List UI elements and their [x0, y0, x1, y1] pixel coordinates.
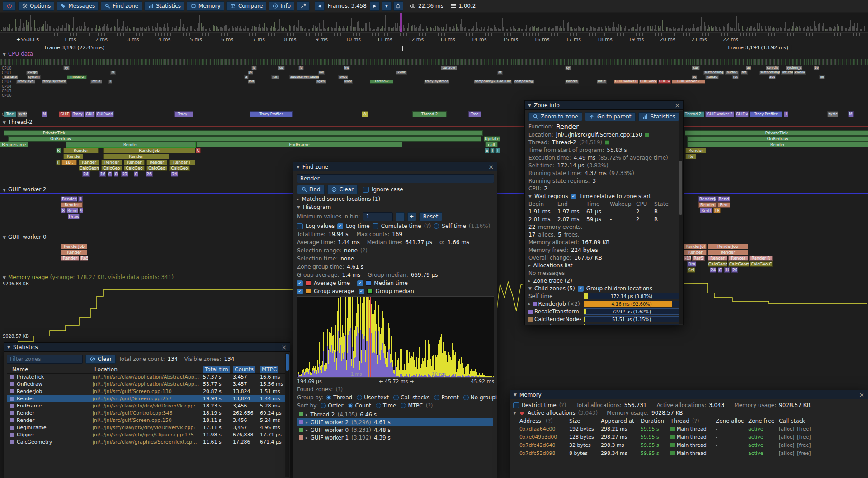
- found-group-row[interactable]: ▸GUIF worker 2(3,296)4.61 s: [297, 418, 493, 426]
- statistics-titlebar[interactable]: ▼ Statistics ×: [4, 343, 290, 352]
- timeline-zone[interactable]: Render: [124, 160, 145, 165]
- column-header-name[interactable]: Name: [10, 366, 30, 373]
- timeline-zone[interactable]: GUIF worker 0: [614, 80, 638, 84]
- collapse-icon[interactable]: ▼: [297, 165, 300, 169]
- zone-info-scrollbar[interactable]: [679, 111, 683, 324]
- timeline-zone[interactable]: kwot: [338, 75, 348, 79]
- timeline-zone[interactable]: Re5: [80, 256, 88, 261]
- help-hint[interactable]: (?): [559, 402, 566, 408]
- timeline-zone[interactable]: T: [495, 148, 500, 153]
- min-bin-input[interactable]: [363, 212, 393, 221]
- timeline-zone[interactable]: surfac: [705, 75, 719, 79]
- thread-section-header[interactable]: ▼GUIF worker 2: [3, 186, 47, 193]
- group-by-option[interactable]: Parent: [434, 394, 458, 401]
- histogram-plot[interactable]: 1 ms10 ms: [297, 296, 494, 378]
- found-group-row[interactable]: ▸GUIF worker 1(3,192)4.39 s: [297, 434, 493, 441]
- statistics-button[interactable]: Statistics: [144, 1, 184, 11]
- expand-icon[interactable]: ▸: [297, 197, 299, 201]
- histogram-section-label[interactable]: Histogram: [303, 204, 331, 210]
- zoom-to-zone-button[interactable]: Zoom to zone: [528, 112, 582, 121]
- timeline-zone[interactable]: RenderJo: [698, 196, 717, 202]
- timeline-zone[interactable]: 24: [82, 171, 90, 177]
- find-zone-button[interactable]: Find zone: [101, 1, 142, 11]
- log-time-checkbox[interactable]: [337, 223, 343, 229]
- timeline-zone[interactable]: rot_col: [781, 71, 793, 75]
- timeline-zone[interactable]: M: [42, 111, 47, 117]
- section-label[interactable]: Active allocations: [528, 410, 576, 416]
- timeline-zone[interactable]: kw: [318, 71, 325, 75]
- frame-time-minimap[interactable]: [0, 13, 868, 33]
- collapse-icon[interactable]: ▼: [3, 188, 6, 192]
- go-to-parent-button[interactable]: Go to parent: [585, 112, 636, 121]
- timeline-zone[interactable]: ja: [248, 71, 253, 75]
- timeline-zone[interactable]: lgiks: [316, 80, 326, 84]
- timeline-zone[interactable]: tracy_syn: [16, 80, 35, 84]
- child-zone-row[interactable]: ▸RenderJob(×2)4.16 ms (92.60%): [528, 301, 679, 307]
- timeline-zone[interactable]: GUIF: [85, 111, 95, 117]
- group-by-option[interactable]: No groupi: [463, 394, 497, 401]
- scrollbar-thumb[interactable]: [679, 161, 682, 215]
- timeline-zone[interactable]: Render: [101, 160, 122, 165]
- timeline-zone[interactable]: CalcGeo: [169, 166, 190, 171]
- timeline-zone[interactable]: Render: [685, 148, 706, 153]
- timeline-zone[interactable]: CalcGeo: [124, 166, 145, 171]
- timeline-zone[interactable]: su: [278, 66, 285, 70]
- timeline-zone[interactable]: Rende: [63, 154, 83, 159]
- stats-row[interactable]: EndFramejni/../jni/src/claw/gfx/drv/vk/D…: [7, 402, 287, 410]
- zone-trace-label[interactable]: Zone trace (2): [533, 278, 572, 284]
- collapse-icon[interactable]: ▼: [7, 345, 10, 350]
- timeline-zone[interactable]: 8: [114, 171, 118, 177]
- close-icon[interactable]: ×: [859, 392, 864, 398]
- timeline-zone[interactable]: Render: [687, 142, 868, 147]
- timeline-zone[interactable]: Rend: [717, 196, 730, 202]
- timeline-zone[interactable]: 9: [79, 208, 83, 213]
- collapse-icon[interactable]: ▼: [528, 286, 532, 291]
- child-zone-row[interactable]: Self time172.14 μs (3.83%): [528, 293, 679, 299]
- close-icon[interactable]: ×: [488, 164, 494, 170]
- timeline-zone[interactable]: aud: [769, 75, 776, 79]
- column-header-thread[interactable]: Thread: [670, 417, 689, 425]
- timeline-zone[interactable]: audioserver /audio: [289, 75, 319, 79]
- memory-button[interactable]: Memory: [187, 1, 224, 11]
- clear-button[interactable]: Clear: [327, 185, 358, 194]
- timeline-zone[interactable]: Tracy Profiler: [250, 111, 293, 117]
- timeline-zone[interactable]: CalcGeome: [708, 261, 727, 267]
- timeline-zone[interactable]: 20: [731, 267, 738, 273]
- prev-frame-button[interactable]: ◀: [315, 1, 325, 11]
- stats-row[interactable]: OnRedrawjni/../jni/src/claw/application/…: [7, 381, 287, 388]
- group-by-option[interactable]: Thread: [326, 394, 352, 401]
- reset-button[interactable]: Reset: [419, 212, 443, 221]
- collapse-icon[interactable]: ▼: [3, 52, 6, 57]
- column-header-duration[interactable]: Duration: [641, 417, 664, 425]
- allocation-row[interactable]: 0x7dfc53d8988 bytes298.34 ms59.95 sMain …: [513, 450, 865, 458]
- child-zones-label[interactable]: Child zones (5): [534, 285, 575, 292]
- time-ruler[interactable]: +55.83 s 1 ms2 ms3 ms4 ms5 ms6 ms7 ms8 m…: [0, 33, 868, 44]
- timeline-zone[interactable]: 10: [724, 267, 730, 273]
- wait-regions-label[interactable]: Wait regions: [534, 193, 568, 199]
- child-zone-row[interactable]: Submit35.63 μs (0.79%): [528, 324, 679, 325]
- collapse-icon[interactable]: ▼: [3, 275, 6, 280]
- median-time-checkbox[interactable]: [357, 280, 363, 286]
- help-hint[interactable]: (?): [360, 247, 368, 254]
- free-callstack-link[interactable]: [free]: [797, 434, 811, 440]
- timeline-zone[interactable]: OnRedraw: [687, 136, 868, 142]
- alloc-callstack-link[interactable]: [alloc]: [779, 450, 794, 456]
- stats-row[interactable]: PrivateTickjni/../jni/src/claw/applicati…: [7, 374, 287, 381]
- timeline-zone[interactable]: EndFrame: [196, 142, 402, 147]
- timeline-zone[interactable]: 18: [713, 208, 721, 213]
- column-header-address[interactable]: Address: [519, 417, 541, 425]
- restrict-time-checkbox[interactable]: [513, 402, 519, 408]
- tools-button[interactable]: [297, 1, 310, 11]
- timeline-zone[interactable]: GUIF w: [735, 111, 749, 117]
- messages-button[interactable]: Messages: [57, 1, 99, 11]
- timeline-zone[interactable]: Render: [103, 154, 169, 159]
- open-source-button[interactable]: [645, 133, 649, 137]
- stats-row[interactable]: Renderjni/../jni/src/guif/Screen.cpp:257…: [7, 395, 287, 402]
- group-by-option[interactable]: Call stacks: [393, 394, 429, 401]
- timeline-zone[interactable]: md: [248, 80, 255, 84]
- sort-by-option[interactable]: Order: [321, 402, 343, 409]
- timeline-zone[interactable]: tracy_systrace: [424, 80, 449, 84]
- timeline-zone[interactable]: sy: [565, 66, 571, 70]
- zone-info-titlebar[interactable]: ▼ Zone info ×: [525, 101, 683, 110]
- timeline-zone[interactable]: Render: [61, 202, 83, 208]
